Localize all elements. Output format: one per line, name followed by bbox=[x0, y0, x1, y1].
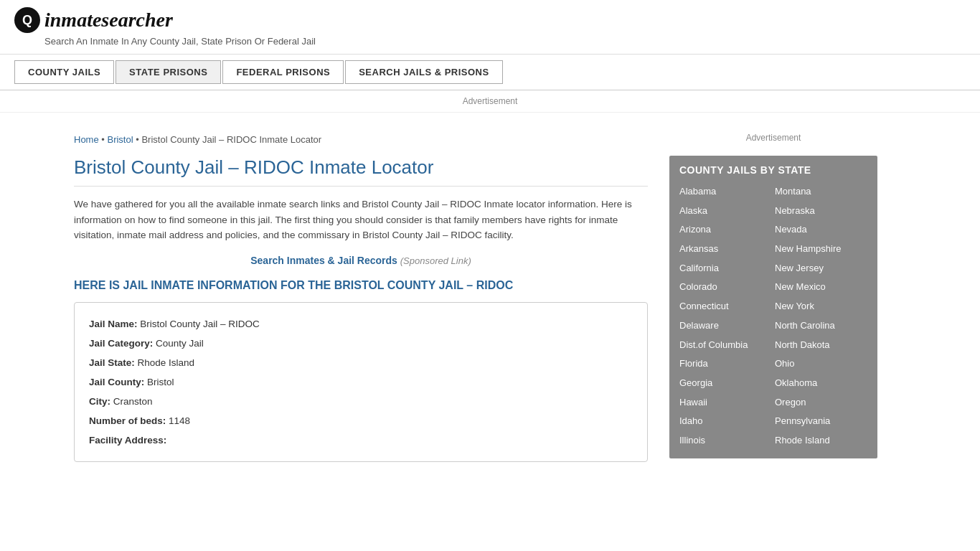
state-link-left-2[interactable]: Arizona bbox=[679, 221, 772, 239]
section-heading: HERE IS JAIL INMATE INFORMATION FOR THE … bbox=[74, 279, 648, 292]
state-link-right-2[interactable]: Nevada bbox=[775, 221, 867, 239]
state-link-left-1[interactable]: Alaska bbox=[679, 202, 772, 220]
state-link-left-10[interactable]: Georgia bbox=[679, 375, 772, 392]
breadcrumb: Home • Bristol • Bristol County Jail – R… bbox=[74, 127, 648, 145]
state-link-left-8[interactable]: Dist.of Columbia bbox=[679, 336, 772, 354]
nav-item-county-jails[interactable]: COUNTY JAILS bbox=[14, 60, 116, 84]
state-link-left-11[interactable]: Hawaii bbox=[679, 394, 772, 412]
state-link-left-5[interactable]: Colorado bbox=[679, 278, 772, 296]
nav-link-county-jails[interactable]: COUNTY JAILS bbox=[14, 60, 114, 84]
states-grid: AlabamaMontanaAlaskaNebraskaArizonaNevad… bbox=[679, 183, 867, 450]
state-link-right-13[interactable]: Rhode Island bbox=[775, 432, 867, 450]
logo-text-part2: searcher bbox=[101, 9, 173, 31]
site-tagline: Search An Inmate In Any County Jail, Sta… bbox=[44, 36, 966, 47]
jail-state-row: Jail State: Rhode Island bbox=[89, 353, 633, 372]
sponsored-link-area: Search Inmates & Jail Records (Sponsored… bbox=[74, 255, 648, 266]
state-link-right-6[interactable]: New York bbox=[775, 298, 867, 316]
city-label: City: bbox=[89, 396, 110, 407]
breadcrumb-home[interactable]: Home bbox=[74, 134, 99, 145]
address-row: Facility Address: bbox=[89, 430, 633, 450]
state-link-right-10[interactable]: Oklahoma bbox=[775, 375, 867, 392]
logo-text-part1: inmate bbox=[44, 9, 101, 31]
state-link-right-8[interactable]: North Dakota bbox=[775, 336, 867, 354]
body-text: We have gathered for you all the availab… bbox=[74, 197, 648, 243]
state-link-right-11[interactable]: Oregon bbox=[775, 394, 867, 412]
state-link-left-3[interactable]: Arkansas bbox=[679, 240, 772, 258]
state-link-right-12[interactable]: Pennsylvania bbox=[775, 413, 867, 430]
info-card: Jail Name: Bristol County Jail – RIDOC J… bbox=[74, 302, 648, 462]
logo-icon: Q bbox=[14, 7, 40, 33]
jail-county-row: Jail County: Bristol bbox=[89, 372, 633, 392]
state-link-right-3[interactable]: New Hampshire bbox=[775, 240, 867, 258]
state-link-right-9[interactable]: Ohio bbox=[775, 355, 867, 373]
state-link-left-0[interactable]: Alabama bbox=[679, 183, 772, 201]
top-advertisement: Advertisement bbox=[0, 90, 980, 113]
city-value: Cranston bbox=[113, 396, 153, 407]
content-area: Home • Bristol • Bristol County Jail – R… bbox=[74, 120, 662, 476]
beds-row: Number of beds: 1148 bbox=[89, 411, 633, 430]
breadcrumb-bristol[interactable]: Bristol bbox=[107, 134, 133, 145]
nav-link-federal-prisons[interactable]: FEDERAL PRISONS bbox=[222, 60, 344, 84]
state-link-right-5[interactable]: New Mexico bbox=[775, 278, 867, 296]
beds-value: 1148 bbox=[169, 415, 190, 426]
sidebar: Advertisement COUNTY JAILS BY STATE Alab… bbox=[662, 120, 877, 476]
city-row: City: Cranston bbox=[89, 392, 633, 411]
nav-link-search[interactable]: SEARCH JAILS & PRISONS bbox=[345, 60, 502, 84]
jail-name-value: Bristol County Jail – RIDOC bbox=[140, 319, 260, 329]
jail-name-label: Jail Name: bbox=[89, 319, 138, 329]
breadcrumb-current: Bristol County Jail – RIDOC Inmate Locat… bbox=[141, 134, 321, 145]
sponsored-label: (Sponsored Link) bbox=[400, 255, 471, 266]
jail-category-label: Jail Category: bbox=[89, 338, 153, 349]
nav-link-state-prisons[interactable]: STATE PRISONS bbox=[116, 60, 221, 84]
logo-text: inmatesearcher bbox=[44, 9, 173, 32]
nav-item-state-prisons[interactable]: STATE PRISONS bbox=[116, 60, 222, 84]
county-jails-heading: COUNTY JAILS BY STATE bbox=[679, 164, 867, 176]
sidebar-advertisement: Advertisement bbox=[669, 127, 877, 149]
nav-item-search[interactable]: SEARCH JAILS & PRISONS bbox=[345, 60, 504, 84]
main-container: Home • Bristol • Bristol County Jail – R… bbox=[60, 120, 920, 476]
jail-state-value: Rhode Island bbox=[138, 357, 195, 368]
address-label: Facility Address: bbox=[89, 435, 166, 446]
jail-county-label: Jail County: bbox=[89, 377, 144, 387]
state-link-right-0[interactable]: Montana bbox=[775, 183, 867, 201]
main-nav: COUNTY JAILS STATE PRISONS FEDERAL PRISO… bbox=[0, 55, 980, 90]
nav-item-federal-prisons[interactable]: FEDERAL PRISONS bbox=[222, 60, 345, 84]
jail-category-value: County Jail bbox=[156, 338, 204, 349]
state-link-right-4[interactable]: New Jersey bbox=[775, 260, 867, 278]
site-header: Q inmatesearcher Search An Inmate In Any… bbox=[0, 0, 980, 55]
state-link-left-9[interactable]: Florida bbox=[679, 355, 772, 373]
state-link-left-13[interactable]: Illinois bbox=[679, 432, 772, 450]
state-link-right-1[interactable]: Nebraska bbox=[775, 202, 867, 220]
jail-state-label: Jail State: bbox=[89, 357, 135, 368]
county-jails-box: COUNTY JAILS BY STATE AlabamaMontanaAlas… bbox=[669, 156, 877, 458]
state-link-left-12[interactable]: Idaho bbox=[679, 413, 772, 430]
state-link-left-7[interactable]: Delaware bbox=[679, 317, 772, 335]
sponsored-link[interactable]: Search Inmates & Jail Records bbox=[250, 255, 397, 266]
beds-label: Number of beds: bbox=[89, 415, 166, 426]
logo-area: Q inmatesearcher bbox=[14, 7, 966, 33]
jail-name-row: Jail Name: Bristol County Jail – RIDOC bbox=[89, 314, 633, 334]
jail-category-row: Jail Category: County Jail bbox=[89, 334, 633, 353]
jail-county-value: Bristol bbox=[147, 377, 174, 387]
state-link-left-4[interactable]: California bbox=[679, 260, 772, 278]
page-title: Bristol County Jail – RIDOC Inmate Locat… bbox=[74, 156, 648, 187]
state-link-left-6[interactable]: Connecticut bbox=[679, 298, 772, 316]
state-link-right-7[interactable]: North Carolina bbox=[775, 317, 867, 335]
